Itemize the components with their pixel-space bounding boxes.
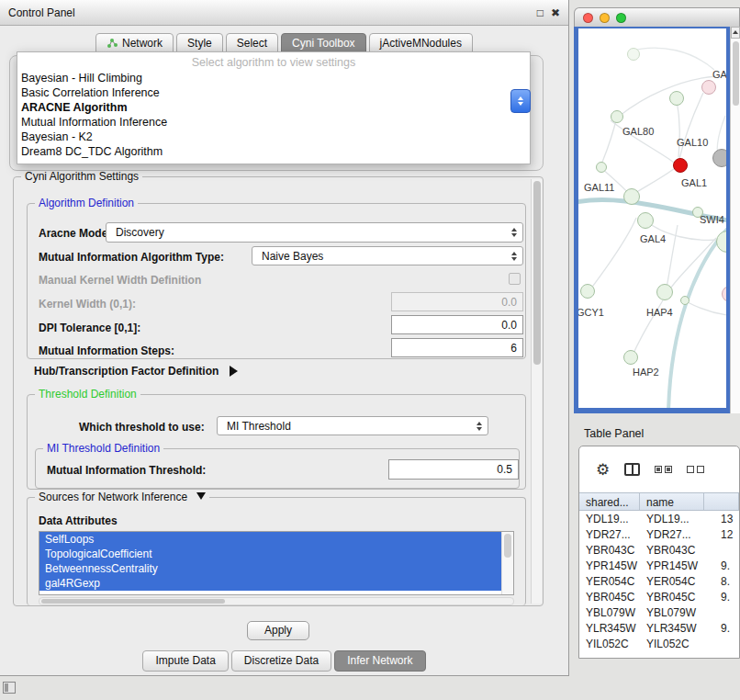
column-header[interactable]: shared...	[579, 493, 640, 510]
deselect-all-icon[interactable]	[687, 466, 704, 473]
column-header[interactable]: name	[640, 493, 704, 510]
panel-dock-icon[interactable]	[3, 682, 16, 694]
settings-scrollbar[interactable]	[531, 179, 542, 604]
window-title: Control Panel	[8, 6, 75, 19]
network-window-titlebar	[574, 7, 740, 27]
tab-impute-data[interactable]: Impute Data	[142, 650, 228, 672]
network-node[interactable]	[712, 149, 730, 167]
node-label: GAL4	[640, 233, 666, 244]
close-traffic-light[interactable]	[583, 13, 593, 23]
control-panel-window: Control Panel □ ✖ Network Style Select C…	[0, 0, 569, 676]
network-node[interactable]	[656, 284, 673, 300]
scroll-up-button[interactable]	[731, 27, 740, 39]
hub-definition-expander[interactable]: Hub/Transcription Factor Definition	[34, 365, 238, 378]
dropdown-item[interactable]: Bayesian - K2	[17, 130, 530, 144]
scrollbar-thumb[interactable]	[504, 534, 511, 558]
aracne-mode-combo[interactable]: Discovery	[106, 222, 523, 243]
table-row[interactable]: YIL052C YIL052C	[579, 636, 739, 651]
table-row[interactable]: YDL19... YDL19... 13	[579, 511, 739, 526]
which-threshold-combo[interactable]: MI Threshold	[217, 416, 488, 435]
list-scrollbar[interactable]	[501, 532, 513, 594]
manual-kernel-checkbox[interactable]	[509, 273, 521, 285]
sources-group-title[interactable]: Sources for Network Inference	[35, 491, 209, 503]
dropdown-item[interactable]: Dream8 DC_TDC Algorithm	[17, 144, 530, 159]
table-row[interactable]: YER054C YER054C 8.	[579, 573, 739, 589]
sources-title-text: Sources for Network Inference	[39, 491, 187, 503]
kernel-width-value: 0.0	[501, 296, 517, 309]
stepper-up-icon	[518, 96, 523, 100]
network-node[interactable]	[701, 80, 716, 95]
zoom-traffic-light[interactable]	[616, 13, 626, 23]
network-node[interactable]	[623, 188, 640, 205]
list-item[interactable]: SelfLoops	[39, 532, 501, 547]
dropdown-item[interactable]: Bayesian - Hill Climbing	[17, 71, 530, 85]
tab-discretize-data[interactable]: Discretize Data	[231, 650, 331, 672]
gear-icon[interactable]: ⚙	[596, 462, 610, 478]
tab-label: Select	[237, 37, 267, 50]
apply-button[interactable]: Apply	[247, 621, 309, 640]
list-horizontal-scrollbar[interactable]	[39, 597, 514, 605]
mi-threshold-field[interactable]: 0.5	[388, 459, 519, 480]
mi-steps-label: Mutual Information Steps:	[39, 344, 174, 357]
columns-icon[interactable]	[624, 463, 640, 476]
table-cell: YDL19...	[579, 513, 640, 525]
scrollbar-thumb[interactable]	[41, 599, 225, 604]
minimize-traffic-light[interactable]	[600, 13, 610, 23]
table-row[interactable]: YDR27... YDR27... 12	[579, 526, 739, 542]
threshold-definition-title: Threshold Definition	[35, 388, 140, 401]
dropdown-item-selected[interactable]: ARACNE Algorithm	[17, 100, 530, 115]
network-node-selected[interactable]	[673, 158, 688, 173]
column-header[interactable]	[704, 493, 739, 510]
network-node[interactable]	[669, 91, 684, 106]
network-node[interactable]	[611, 110, 623, 123]
table-row[interactable]: YBR043C YBR043C	[579, 542, 739, 558]
algorithm-dropdown-popup: Select algorithm to view settings Bayesi…	[17, 51, 531, 164]
tab-label: Cyni Toolbox	[292, 37, 354, 50]
network-view-window: GAL GAL80 GAL10 GAL11 GAL1 SWI4 GAL4 GCY…	[574, 7, 740, 413]
network-scrollbar[interactable]	[730, 27, 740, 413]
mi-steps-field[interactable]: 6	[391, 338, 523, 357]
tab-infer-network[interactable]: Infer Network	[334, 650, 425, 672]
algorithm-combo-button[interactable]	[510, 89, 531, 113]
list-item[interactable]: gal4RGexp	[39, 576, 501, 591]
scrollbar-thumb[interactable]	[533, 181, 541, 365]
node-label: GAL	[712, 69, 730, 80]
minimize-icon[interactable]: □	[537, 6, 544, 19]
network-node[interactable]	[627, 48, 640, 61]
table-row[interactable]: YLR345W YLR345W 9.	[579, 620, 739, 636]
mi-threshold-group: MI Threshold Definition Mutual Informati…	[35, 448, 520, 489]
list-item[interactable]: TopologicalCoefficient	[39, 547, 501, 561]
scrollbar-thumb[interactable]	[733, 41, 739, 106]
table-panel-window: ⚙ shared... name YDL19... YDL19... 13 YD…	[578, 446, 740, 659]
table-cell: YBR043C	[640, 544, 704, 557]
network-node[interactable]	[637, 212, 654, 229]
table-row[interactable]: YBR045C YBR045C 9.	[579, 589, 739, 604]
table-cell: YDR27...	[640, 528, 704, 541]
network-node[interactable]	[680, 296, 690, 305]
close-icon[interactable]: ✖	[551, 6, 560, 19]
settings-group-title: Cyni Algorithm Settings	[21, 170, 142, 183]
network-node[interactable]	[623, 350, 638, 365]
tab-label: Network	[122, 37, 163, 50]
sources-group: Sources for Network Inference Data Attri…	[27, 497, 526, 605]
dropdown-item[interactable]: Mutual Information Inference	[17, 115, 530, 130]
hub-definition-label: Hub/Transcription Factor Definition	[34, 365, 219, 378]
network-node[interactable]	[580, 284, 595, 299]
table-row[interactable]: YBL079W YBL079W	[579, 604, 739, 620]
list-item[interactable]: BetweennessCentrality	[39, 561, 501, 576]
network-node[interactable]	[596, 162, 607, 173]
mi-type-value: Naive Bayes	[262, 250, 323, 263]
table-cell: YPR145W	[640, 559, 704, 572]
dropdown-item[interactable]: Basic Correlation Inference	[17, 85, 530, 100]
mi-type-combo[interactable]: Naive Bayes	[252, 246, 523, 265]
dpi-tolerance-value: 0.0	[501, 319, 517, 332]
dpi-tolerance-field[interactable]: 0.0	[391, 315, 523, 334]
algorithm-definition-group: Algorithm Definition Aracne Mode: Discov…	[27, 203, 526, 359]
table-row[interactable]: YPR145W YPR145W 9.	[579, 558, 739, 573]
network-canvas[interactable]: GAL GAL80 GAL10 GAL11 GAL1 SWI4 GAL4 GCY…	[574, 27, 730, 413]
select-all-icon[interactable]	[655, 466, 672, 473]
table-toolbar: ⚙	[579, 446, 739, 492]
mi-threshold-value: 0.5	[497, 463, 512, 476]
kernel-width-field[interactable]: 0.0	[391, 292, 523, 311]
table-cell: YBR043C	[579, 544, 640, 557]
